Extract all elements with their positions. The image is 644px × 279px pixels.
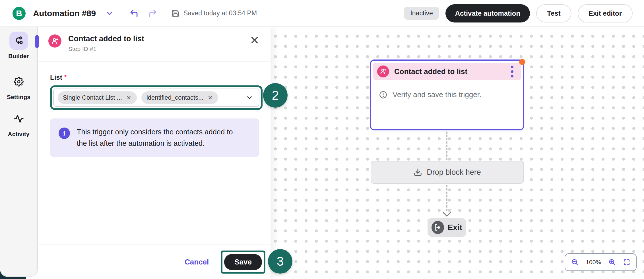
selected-list-chip[interactable]: Single Contact List ...	[58, 91, 137, 104]
automation-title: Automation #89	[33, 9, 96, 18]
gear-icon	[9, 73, 28, 91]
list-field-label: List *	[50, 73, 271, 81]
save-status-text: Saved today at 03:54 PM	[183, 9, 257, 17]
exit-node-label: Exit	[448, 223, 462, 232]
activate-automation-button[interactable]: Activate automation	[445, 4, 530, 22]
drop-block-zone[interactable]: Drop block here	[371, 161, 524, 184]
trigger-node-contact-added[interactable]: Contact added to list Verify and save th…	[370, 60, 524, 130]
chip-remove-icon[interactable]	[126, 95, 132, 100]
sidebar-item-label: Activity	[8, 131, 30, 138]
top-bar: B Automation #89 Saved today at 03:54 PM…	[0, 0, 644, 27]
tutorial-step-2-badge: 2	[263, 83, 288, 108]
sidebar-item-activity[interactable]: Activity	[0, 110, 37, 138]
chevron-down-icon[interactable]	[246, 94, 253, 101]
contact-add-icon	[377, 65, 389, 77]
flow-connector	[446, 185, 447, 211]
active-tab-indicator	[35, 35, 39, 48]
brevo-logo: B	[13, 7, 26, 20]
exit-logout-icon	[432, 221, 444, 234]
info-icon: i	[59, 128, 70, 139]
zoom-level: 100%	[586, 259, 601, 266]
exit-node[interactable]: Exit	[428, 218, 466, 237]
save-button[interactable]: Save	[224, 254, 262, 270]
zoom-controls: 100%	[565, 253, 637, 271]
close-icon[interactable]	[250, 36, 259, 45]
sidebar-item-label: Settings	[7, 94, 30, 100]
highlight-outline-save: Save	[221, 251, 265, 274]
contact-add-icon	[48, 34, 61, 48]
step-detail-panel: Contact added to list Step ID #1 List * …	[38, 27, 271, 279]
zoom-in-icon[interactable]	[608, 258, 616, 266]
required-asterisk: *	[64, 73, 67, 81]
title-chevron-down-icon[interactable]	[106, 9, 113, 17]
left-sidebar: Builder Settings Activity	[0, 27, 38, 277]
test-button[interactable]: Test	[536, 4, 571, 22]
sidebar-item-settings[interactable]: Settings	[0, 73, 37, 100]
download-icon	[414, 168, 422, 177]
selected-list-chip[interactable]: identified_contacts...	[141, 91, 218, 104]
panel-header: Contact added to list Step ID #1	[38, 27, 271, 62]
tutorial-step-3-badge: 3	[268, 249, 292, 274]
list-multiselect[interactable]: Single Contact List ... identified_conta…	[53, 89, 259, 107]
flow-builder-icon	[9, 32, 28, 50]
logo-letter: B	[16, 9, 22, 18]
sidebar-item-builder[interactable]: Builder	[0, 32, 37, 60]
cancel-button[interactable]: Cancel	[185, 258, 209, 266]
chip-remove-icon[interactable]	[207, 95, 213, 100]
highlight-outline-list-select: Single Contact List ... identified_conta…	[50, 85, 263, 110]
connector-arrowhead-icon	[442, 212, 452, 217]
zoom-out-icon[interactable]	[571, 258, 579, 266]
save-status: Saved today at 03:54 PM	[172, 9, 257, 17]
undo-icon[interactable]	[129, 9, 139, 18]
trigger-node-body: Verify and save this trigger.	[373, 80, 521, 99]
list-label-text: List	[50, 73, 62, 81]
save-floppy-icon	[172, 9, 179, 17]
fullscreen-icon[interactable]	[623, 259, 630, 266]
trigger-node-warning: Verify and save this trigger.	[393, 90, 481, 99]
chip-label: identified_contacts...	[146, 94, 204, 101]
status-badge: Inactive	[404, 7, 439, 20]
trigger-node-header: Contact added to list	[373, 63, 521, 80]
info-banner: i This trigger only considers the contac…	[50, 118, 259, 157]
redo-icon[interactable]	[148, 9, 157, 18]
activity-pulse-icon	[9, 110, 28, 128]
panel-title: Contact added to list	[68, 34, 144, 43]
editor-main: Builder Settings Activity Contact added …	[0, 27, 644, 279]
kebab-menu-icon[interactable]	[511, 66, 513, 77]
trigger-node-title: Contact added to list	[394, 67, 467, 76]
panel-content: List * Single Contact List ... identifie…	[38, 62, 271, 157]
drop-zone-label: Drop block here	[427, 168, 481, 177]
sidebar-item-label: Builder	[8, 53, 29, 60]
flow-connector	[446, 132, 447, 160]
panel-footer: Cancel Save	[38, 245, 271, 279]
info-banner-text: This trigger only considers the contacts…	[77, 126, 236, 149]
node-selection-handle[interactable]	[519, 59, 525, 65]
chip-label: Single Contact List ...	[63, 94, 122, 101]
alert-circle-icon	[379, 91, 387, 99]
exit-editor-button[interactable]: Exit editor	[578, 4, 633, 22]
step-id-label: Step ID #1	[68, 46, 144, 52]
